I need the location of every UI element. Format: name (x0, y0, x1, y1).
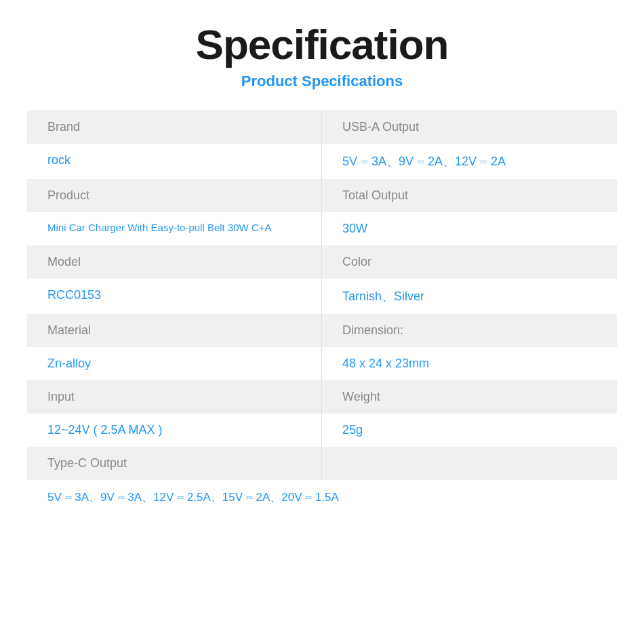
spec-cell-left: Mini Car Charger With Easy-to-pull Belt … (27, 212, 322, 245)
spec-label: Total Output (342, 188, 408, 202)
spec-value-blue: Tarnish、Silver (342, 289, 424, 303)
spec-cell-right: 48 x 24 x 23mm (322, 347, 617, 380)
spec-cell-left: rock (27, 144, 322, 179)
spec-cell-right: Tarnish、Silver (322, 279, 617, 314)
spec-cell-right: Total Output (322, 179, 617, 212)
spec-cell-left: Input (27, 380, 322, 414)
spec-cell-full: 5V ⎓ 3A、9V ⎓ 3A、12V ⎓ 2.5A、15V ⎓ 2A、20V … (27, 480, 617, 515)
spec-cell-left: Type-C Output (27, 447, 322, 480)
spec-cell-left: Material (27, 314, 322, 347)
table-row: MaterialDimension: (27, 314, 617, 347)
spec-cell-right: Color (322, 245, 617, 279)
spec-label: Dimension: (342, 323, 403, 337)
table-row: BrandUSB-A Output (27, 110, 617, 144)
page-container: Specification Product Specifications Bra… (0, 0, 644, 644)
table-row: ProductTotal Output (27, 179, 617, 212)
table-row: 12~24V ( 2.5A MAX )25g (27, 414, 617, 447)
spec-value-blue: 48 x 24 x 23mm (342, 357, 429, 370)
spec-label: Weight (342, 390, 380, 403)
spec-value-blue: RCC0153 (47, 288, 101, 302)
spec-value-blue: 5V ⎓ 3A、9V ⎓ 2A、12V ⎓ 2A (342, 155, 506, 168)
spec-value-blue: Zn-alloy (47, 357, 91, 370)
spec-cell-left: 12~24V ( 2.5A MAX ) (27, 414, 322, 447)
spec-cell-left: RCC0153 (27, 279, 322, 314)
spec-label: Material (47, 323, 91, 337)
spec-cell-left: Zn-alloy (27, 347, 322, 380)
spec-label: Product (47, 188, 89, 202)
spec-cell-right: 5V ⎓ 3A、9V ⎓ 2A、12V ⎓ 2A (322, 144, 617, 179)
spec-label: Brand (47, 120, 80, 134)
table-row: InputWeight (27, 380, 617, 414)
spec-cell-right: 25g (322, 414, 617, 447)
spec-value-blue: 12~24V ( 2.5A MAX ) (47, 423, 163, 437)
spec-label: USB-A Output (342, 120, 419, 134)
spec-value-blue: 25g (342, 423, 363, 437)
table-row: Mini Car Charger With Easy-to-pull Belt … (27, 212, 617, 245)
table-row: rock5V ⎓ 3A、9V ⎓ 2A、12V ⎓ 2A (27, 144, 617, 179)
spec-cell-right (322, 447, 617, 480)
table-row: ModelColor (27, 245, 617, 279)
page-subtitle: Product Specifications (27, 73, 617, 90)
spec-cell-left: Brand (27, 110, 322, 144)
spec-value-blue: rock (47, 153, 71, 167)
page-title: Specification (27, 20, 617, 68)
spec-cell-right: Dimension: (322, 314, 617, 347)
spec-value: 5V ⎓ 3A、9V ⎓ 3A、12V ⎓ 2.5A、15V ⎓ 2A、20V … (47, 491, 339, 504)
spec-cell-left: Product (27, 179, 322, 212)
table-row: 5V ⎓ 3A、9V ⎓ 3A、12V ⎓ 2.5A、15V ⎓ 2A、20V … (27, 480, 617, 515)
table-row: Type-C Output (27, 447, 617, 480)
spec-value-blue: 30W (342, 222, 367, 235)
table-row: RCC0153Tarnish、Silver (27, 279, 617, 314)
spec-cell-right: USB-A Output (322, 110, 617, 144)
table-row: Zn-alloy48 x 24 x 23mm (27, 347, 617, 380)
spec-cell-right: Weight (322, 380, 617, 414)
spec-cell-right: 30W (322, 212, 617, 245)
spec-label: Color (342, 255, 371, 268)
spec-label: Model (47, 255, 81, 268)
spec-cell-left: Model (27, 245, 322, 279)
spec-value-blue-small: Mini Car Charger With Easy-to-pull Belt … (47, 222, 272, 233)
spec-label: Input (47, 390, 75, 403)
spec-table: BrandUSB-A Outputrock5V ⎓ 3A、9V ⎓ 2A、12V… (27, 110, 617, 515)
spec-label: Type-C Output (47, 456, 127, 470)
